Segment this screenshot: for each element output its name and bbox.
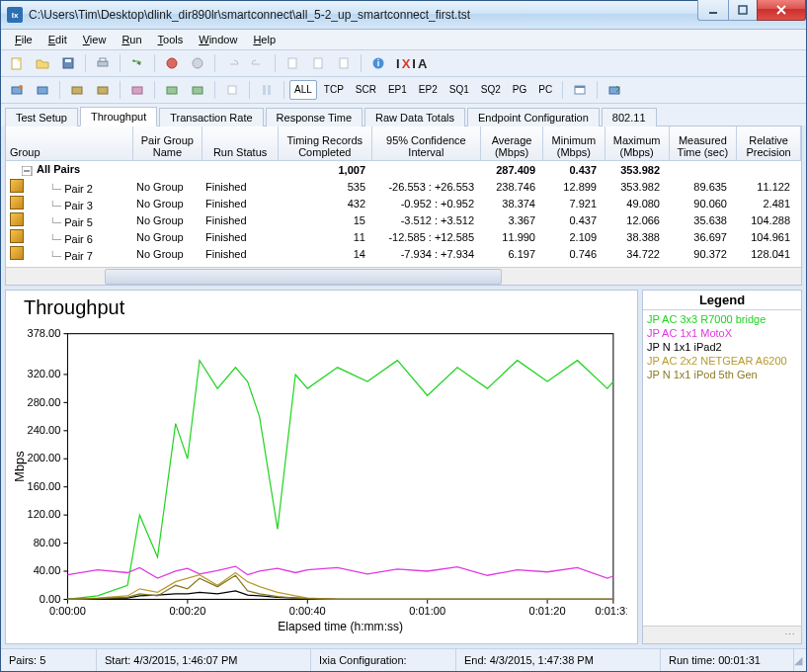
filter-ep2[interactable]: EP2	[414, 80, 443, 100]
grid-row[interactable]: └─ Pair 5No GroupFinished15-3.512 : +3.5…	[6, 211, 801, 228]
export-icon[interactable]	[603, 78, 626, 102]
tab-endpoint-config[interactable]: Endpoint Configuration	[467, 108, 600, 126]
legend-item[interactable]: JP N 1x1 iPod 5th Gen	[647, 368, 797, 381]
brand-logo: IXIA	[396, 56, 429, 71]
pause-icon[interactable]	[186, 51, 209, 75]
info-icon[interactable]: i	[366, 51, 390, 75]
report2-icon[interactable]	[306, 51, 330, 75]
legend-title: Legend	[643, 291, 801, 310]
svg-text:Elapsed time (h:mm:ss): Elapsed time (h:mm:ss)	[278, 620, 403, 633]
pair-icon	[10, 212, 24, 226]
legend-item[interactable]: JP AC 2x2 NETGEAR A6200	[647, 354, 797, 368]
menu-run[interactable]: Run	[114, 32, 149, 47]
tab-transaction-rate[interactable]: Transaction Rate	[159, 108, 263, 126]
grid-row[interactable]: └─ Pair 7No GroupFinished14-7.934 : +7.9…	[6, 245, 801, 262]
run-icon[interactable]	[125, 51, 149, 75]
grid-body[interactable]: All Pairs1,007287.4090.437353.982 └─ Pai…	[6, 161, 801, 267]
legend-item[interactable]: JP AC 1x1 MotoX	[647, 326, 797, 340]
col-timing[interactable]: Timing Records Completed	[279, 126, 372, 160]
svg-text:0:00:40: 0:00:40	[289, 605, 326, 617]
menu-window[interactable]: Window	[191, 32, 245, 47]
menu-edit[interactable]: Edit	[40, 32, 75, 47]
ep-icon-1[interactable]	[5, 78, 29, 102]
filter-pc[interactable]: PC	[533, 80, 557, 100]
filter-sq1[interactable]: SQ1	[444, 80, 474, 100]
grid-header: Group Pair Group Name Run Status Timing …	[6, 126, 801, 161]
svg-text:200.00: 200.00	[28, 452, 61, 463]
svg-rect-10	[314, 58, 322, 68]
svg-rect-22	[228, 86, 236, 94]
maximize-button[interactable]	[729, 0, 757, 21]
resize-grip-icon[interactable]: ◢	[794, 654, 806, 667]
undo-icon[interactable]	[220, 51, 244, 75]
save-icon[interactable]	[56, 51, 80, 75]
stop-icon[interactable]	[160, 51, 184, 75]
svg-text:0:00:00: 0:00:00	[49, 605, 86, 617]
legend-item[interactable]: JP AC 3x3 R7000 bridge	[647, 312, 797, 326]
col-min[interactable]: Minimum (Mbps)	[543, 126, 605, 160]
menu-view[interactable]: View	[75, 32, 115, 47]
svg-rect-0	[709, 12, 717, 14]
col-avg[interactable]: Average (Mbps)	[481, 126, 543, 160]
ep-icon-8[interactable]	[220, 78, 244, 102]
report3-icon[interactable]	[332, 51, 356, 75]
ep-icon-7[interactable]	[186, 78, 209, 102]
status-config: Ixia Configuration:	[311, 649, 456, 671]
svg-rect-21	[193, 87, 202, 94]
window-icon[interactable]	[568, 78, 592, 102]
tab-test-setup[interactable]: Test Setup	[5, 108, 78, 126]
tab-80211[interactable]: 802.11	[602, 108, 657, 126]
minimize-button[interactable]	[697, 0, 729, 21]
chart-plot[interactable]: 378.00320.00280.00240.00200.00160.00120.…	[10, 323, 627, 639]
grid-row[interactable]: └─ Pair 2No GroupFinished535-26.553 : +2…	[6, 178, 801, 195]
filter-scr[interactable]: SCR	[351, 80, 381, 100]
menu-tools[interactable]: Tools	[150, 32, 192, 47]
col-prec[interactable]: Relative Precision	[737, 126, 801, 160]
col-pairgroup[interactable]: Pair Group Name	[133, 126, 203, 160]
col-ci[interactable]: 95% Confidence Interval	[372, 126, 482, 160]
filter-tcp[interactable]: TCP	[319, 80, 349, 100]
menu-file[interactable]: File	[7, 32, 40, 47]
svg-rect-62	[67, 334, 612, 600]
svg-text:0.00: 0.00	[40, 592, 61, 604]
legend-item[interactable]: JP N 1x1 iPad2	[647, 340, 797, 354]
ep-icon-3[interactable]	[65, 78, 89, 102]
svg-rect-18	[98, 87, 108, 94]
status-runtime: Run time: 00:01:31	[661, 649, 794, 671]
ep-icon-2[interactable]	[31, 78, 54, 102]
ep-icon-9[interactable]	[255, 78, 279, 102]
filter-sq2[interactable]: SQ2	[476, 80, 506, 100]
svg-rect-9	[288, 58, 296, 68]
tab-raw-data[interactable]: Raw Data Totals	[364, 108, 465, 126]
col-time[interactable]: Measured Time (sec)	[670, 126, 738, 160]
open-icon[interactable]	[31, 51, 54, 75]
new-icon[interactable]	[5, 51, 29, 75]
svg-rect-24	[268, 85, 271, 95]
grid-row[interactable]: └─ Pair 3No GroupFinished432-0.952 : +0.…	[6, 195, 801, 211]
col-max[interactable]: Maximum (Mbps)	[605, 126, 670, 160]
legend-hscroll[interactable]: ⋯	[643, 626, 801, 643]
tab-response-time[interactable]: Response Time	[266, 108, 363, 126]
svg-rect-11	[340, 58, 348, 68]
filter-all[interactable]: ALL	[289, 80, 317, 100]
status-start: Start: 4/3/2015, 1:46:07 PM	[97, 649, 311, 671]
ep-icon-6[interactable]	[160, 78, 184, 102]
grid-hscroll[interactable]	[6, 267, 801, 285]
grid-summary-row[interactable]: All Pairs1,007287.4090.437353.982	[6, 161, 801, 178]
ep-icon-5[interactable]	[125, 78, 149, 102]
ep-icon-4[interactable]	[91, 78, 115, 102]
report-icon[interactable]	[281, 51, 304, 75]
menu-help[interactable]: Help	[245, 32, 283, 47]
grid-row[interactable]: └─ Pair 6No GroupFinished11-12.585 : +12…	[6, 228, 801, 245]
status-pairs: Pairs: 5	[1, 649, 97, 671]
col-runstatus[interactable]: Run Status	[202, 126, 279, 160]
svg-point-7	[167, 58, 177, 68]
svg-rect-5	[98, 61, 108, 66]
print-icon[interactable]	[91, 51, 115, 75]
tab-throughput[interactable]: Throughput	[80, 107, 157, 126]
redo-icon[interactable]	[246, 51, 270, 75]
close-button[interactable]	[757, 0, 806, 21]
filter-ep1[interactable]: EP1	[383, 80, 412, 100]
col-group[interactable]: Group	[6, 126, 133, 160]
filter-pg[interactable]: PG	[508, 80, 531, 100]
